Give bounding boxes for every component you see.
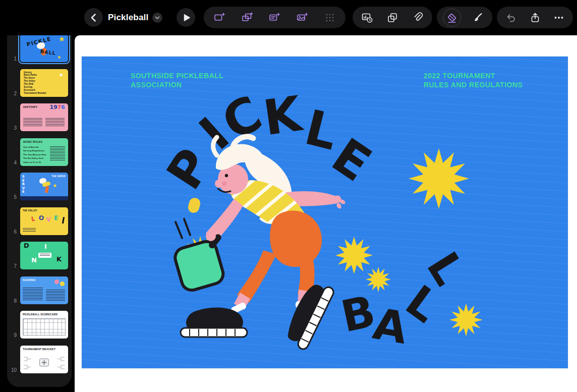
attachment-button[interactable]: [405, 7, 430, 28]
paintbrush-button[interactable]: [465, 7, 490, 28]
thumb5-vertical-word: SERVE: [22, 175, 26, 194]
thumb8-title: SCORING: [23, 278, 35, 282]
thumb2-agenda-list: History Basic Rules The Serve The Volley…: [24, 71, 46, 95]
thumb6-letter: O: [38, 214, 44, 221]
thumb5-footer-strip: [20, 196, 68, 200]
thumb3-text-lines: [45, 118, 65, 127]
document-title[interactable]: Pickleball: [108, 0, 162, 35]
slide-thumbnail-4[interactable]: BASIC RULES Out-of-Bounds Serving Regula…: [20, 138, 68, 166]
thumb7-letter: I: [44, 243, 47, 250]
thumb6-letter: V: [46, 215, 51, 223]
add-transition-button[interactable]: [234, 7, 261, 28]
thumb6-letter: E: [53, 214, 59, 221]
star-icon: [57, 55, 61, 59]
add-media-button[interactable]: [288, 7, 316, 28]
chevron-down-icon[interactable]: [152, 13, 162, 23]
insert-toolbar-group: [204, 7, 345, 28]
pickleball-paddle: [173, 239, 225, 293]
grid-options-button[interactable]: [316, 7, 343, 28]
year-digit: 1: [49, 104, 53, 110]
rule-item: The Two-Bounce Rule: [23, 153, 46, 157]
thumb7-letter: N: [31, 256, 37, 264]
slide-row-4: 4 BASIC RULES Out-of-Bounds Serving Regu…: [7, 138, 72, 166]
chevron-left-icon: [88, 12, 99, 23]
agenda-item: Tournament Bracket: [24, 92, 46, 95]
slide-number: 1: [7, 55, 20, 62]
slide-number: 2: [7, 90, 20, 97]
shorts: [270, 210, 322, 267]
share-button[interactable]: [523, 7, 547, 28]
rehearse-button[interactable]: [355, 7, 380, 28]
slide-thumbnail-9[interactable]: PICKLEBALL SCORECARD: [20, 311, 68, 339]
add-slide-button[interactable]: [206, 7, 234, 28]
rule-item: The No-Volley Zone: [23, 156, 46, 160]
paintbrush-icon: [472, 12, 483, 23]
thumb6-title: THE VOLLEY: [23, 209, 37, 212]
thumb3-title: HISTORY: [23, 105, 37, 108]
rule-item: Out-of-Bounds: [23, 145, 46, 149]
play-icon: [181, 12, 192, 23]
thumb3-year: 1976: [49, 104, 65, 110]
back-button[interactable]: [84, 8, 103, 27]
thumb7-letter: D: [24, 242, 29, 249]
thumb3-text-lines: [23, 118, 42, 127]
thumb5-title: THE SERVE: [51, 175, 66, 178]
slide-row-3: 3 HISTORY 1976: [7, 103, 72, 131]
thumb7-letter: K: [56, 255, 62, 263]
undo-icon: [505, 12, 516, 23]
share-icon: [530, 12, 541, 23]
add-slide-icon: [214, 12, 225, 23]
selected-tool-ring: [443, 9, 461, 27]
add-transition-icon: [242, 12, 253, 23]
keynote-app: Pickleball: [0, 0, 577, 392]
more-button[interactable]: [547, 7, 571, 28]
slide-canvas-area: SOUTHSIDE PICKLEBALL ASSOCIATION 2022 TO…: [75, 35, 577, 392]
thumb8-text-lines: [46, 290, 65, 301]
slide-thumbnail-2[interactable]: History Basic Rules The Serve The Volley…: [20, 69, 68, 97]
overlapping-squares-icon: [387, 12, 398, 23]
slide-thumbnail-5[interactable]: SERVE THE SERVE: [20, 173, 68, 200]
star-icon: [53, 184, 57, 188]
slide-number: 10: [7, 367, 20, 373]
slide-thumbnail-1[interactable]: PICKLE BALL: [20, 34, 68, 62]
slide-thumbnail-6[interactable]: THE VOLLEY L O V E: [20, 207, 68, 235]
slide-row-10: 10 TOURNAMENT BRACKET: [7, 346, 72, 373]
slide-row-6: 6 THE VOLLEY L O V E: [7, 207, 72, 235]
document-title-label: Pickleball: [108, 13, 148, 23]
undo-button[interactable]: [499, 7, 523, 28]
slide-thumbnail-7[interactable]: D I N K: [20, 242, 68, 269]
shapes-button[interactable]: [380, 7, 405, 28]
thumb4-title: BASIC RULES: [23, 140, 42, 143]
rule-item: Game at 11 or 15: [23, 160, 46, 164]
thumb4-text-lines: [50, 146, 65, 161]
thumb8-text-lines: [23, 288, 43, 301]
eraser-icon: [446, 12, 457, 23]
paperclip-icon: [412, 12, 423, 23]
eraser-button[interactable]: [439, 7, 465, 28]
thumb4-rule-list: Out-of-Bounds Serving Regulations The Tw…: [23, 145, 46, 164]
current-slide[interactable]: SOUTHSIDE PICKLEBALL ASSOCIATION 2022 TO…: [82, 57, 568, 368]
slide-number: 6: [7, 229, 20, 235]
slide-list: 1 PICKLE BALL 2 History Basic Rules The: [7, 34, 72, 373]
slide-thumbnail-8[interactable]: SCORING: [20, 276, 68, 304]
add-text-icon: [269, 12, 280, 23]
star-icon: [59, 36, 65, 42]
slide-number: 9: [7, 332, 20, 339]
thumb5-figure-leg: [45, 186, 49, 193]
slide-navigator: 1 PICKLE BALL 2 History Basic Rules The: [7, 5, 72, 387]
slide-row-2: 2 History Basic Rules The Serve The Voll…: [7, 69, 72, 97]
add-text-button[interactable]: [261, 7, 288, 28]
slide-thumbnail-10[interactable]: TOURNAMENT BRACKET: [20, 346, 68, 373]
svg-text:K: K: [260, 85, 307, 147]
rule-item: Serving Regulations: [23, 149, 46, 153]
play-button[interactable]: [177, 8, 195, 27]
motion-lines: [176, 219, 190, 238]
thumb10-bracket-diagram: [20, 353, 68, 373]
actions-toolbar-group: [497, 7, 573, 28]
thumb6-text-lines: [23, 228, 36, 233]
thumb9-title: PICKLEBALL SCORECARD: [23, 313, 57, 316]
slide-thumbnail-3[interactable]: HISTORY 1976: [20, 103, 68, 131]
thumb6-accent-bar: [62, 216, 64, 223]
thumb10-title: TOURNAMENT BRACKET: [23, 348, 55, 351]
year-digit: 9: [53, 104, 57, 110]
